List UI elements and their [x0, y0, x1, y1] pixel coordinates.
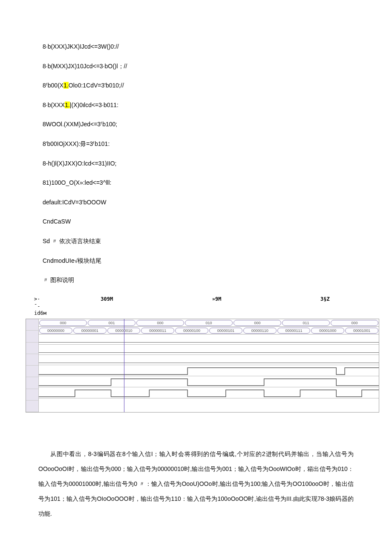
- bus-value: 00000000: [39, 328, 72, 334]
- code-line: 8'b00IOjXXX):毋=3ᶠb101:: [43, 140, 379, 148]
- code-text: Sd 〃 依次语言块结束: [43, 238, 101, 244]
- bus-value: 00000011: [141, 328, 174, 334]
- code-text: 8·b(XXX)JKX)IJcd<=3W()0://: [43, 43, 119, 50]
- signal-label-cell: [26, 389, 38, 401]
- code-line: Sd 〃 依次语言块结束: [43, 237, 379, 246]
- bus-value: 00000101: [209, 328, 242, 334]
- code-line: 8·b(MXX)JX)10Jcd<=3·bO()l；//: [43, 62, 379, 71]
- axis-label: 3§Z: [320, 296, 330, 317]
- axis-label: 309M: [101, 296, 113, 317]
- header-left-top: >·: [34, 296, 51, 303]
- bus-row: 000 001 000 010 000 011 000: [39, 319, 379, 327]
- bus-value: 000: [233, 320, 281, 326]
- explanation-paragraph: 从图中看出，8-3编码器在8个输入信I；输入时会将得到的信号编成,个对应的2进制…: [38, 447, 354, 521]
- code-text: CndCaSW: [43, 218, 71, 225]
- highlight: 1.: [63, 82, 69, 89]
- bus-value: 001: [88, 320, 135, 326]
- signal-lane: [39, 365, 379, 376]
- code-text: 8·b(MXX)JX)10Jcd<=3·bO()l；//: [43, 63, 127, 70]
- code-text: 8·b(XXX: [43, 102, 65, 108]
- code-text: 8'b00IOjXXX):毋=3ᶠb101:: [43, 140, 110, 147]
- code-text: 8WOOl.(XXM)Jed<=3ᶠb100;: [43, 121, 117, 128]
- time-cursor: [124, 319, 124, 412]
- code-text: 8ᶠb00(X: [43, 82, 63, 89]
- signal-label-cell: [26, 366, 38, 377]
- waveform-area: 000 001 000 010 000 011 000 00000000 000…: [26, 319, 379, 413]
- highlight: 1.: [65, 102, 70, 108]
- code-text: |(X)0ιlcd<=3·b011:: [70, 102, 118, 108]
- code-line: 81)100O_O(X»:led<=3^lll:: [43, 179, 379, 187]
- code-line: CndCaSW: [43, 218, 379, 226]
- code-line: 8·b(XXX)JKX)IJcd<=3W()0://: [43, 43, 379, 51]
- code-text: Olo0:1CdV=3'b010;//: [69, 82, 124, 89]
- signal-label-cell: [26, 343, 38, 354]
- signal-label-cell: [26, 401, 38, 412]
- signal-label-cell: [26, 331, 38, 342]
- bus-value: 00001000: [311, 328, 344, 334]
- signal-label-cell: [26, 319, 38, 331]
- waveform-icon: [39, 376, 379, 387]
- timing-diagram: >· ¯-id6м 309M »9M 3§Z 000 001 000 010: [26, 296, 379, 413]
- code-line: 8ᶠb00(X1.Olo0:1CdV=3'b010;//: [43, 81, 379, 90]
- signal-lane: [39, 376, 379, 387]
- timing-header: >· ¯-id6м 309M »9M 3§Z: [26, 296, 379, 317]
- bus-value: 010: [185, 320, 233, 326]
- signal-label-cell: [26, 354, 38, 366]
- bus-value: 000: [136, 320, 184, 326]
- waveform-icon: [39, 365, 379, 376]
- waveform-icon: [39, 387, 379, 398]
- code-line: default:ICdV=3'bOOOW: [43, 198, 379, 207]
- bus-value: 00001001: [345, 328, 378, 334]
- signal-label-cell: [26, 377, 38, 389]
- bus-row: 00000000 00000001 00000010 00000011 0000…: [39, 327, 379, 334]
- code-block: 8·b(XXX)JKX)IJcd<=3W()0:// 8·b(MXX)JX)10…: [43, 43, 379, 285]
- signal-lane: [39, 334, 379, 345]
- bus-value: 000: [331, 320, 378, 326]
- bus-value: 00000100: [175, 328, 208, 334]
- signal-lane: [39, 345, 379, 355]
- waveform-lanes: 000 001 000 010 000 011 000 00000000 000…: [39, 319, 379, 412]
- axis-label: »9M: [212, 296, 222, 317]
- code-line: 〃 图和说明: [43, 276, 379, 285]
- header-left-bottom: ¯-id6м: [34, 303, 51, 317]
- code-text: 81)100O_O(X»:led<=3^lll:: [43, 179, 111, 186]
- code-line: 8WOOl.(XXM)Jed<=3ᶠb100;: [43, 120, 379, 129]
- signal-lane: [39, 355, 379, 365]
- code-line: 8·b(XXX1.|(X)0ιlcd<=3·b011:: [43, 101, 379, 110]
- code-text: 8-h()l(X)JXX)O:lcd<=31)IIO;: [43, 160, 117, 167]
- bus-value: 00000111: [277, 328, 311, 334]
- bus-value: 00000110: [243, 328, 277, 334]
- bus-value: 00000001: [73, 328, 107, 334]
- bus-value: 000: [39, 320, 87, 326]
- code-line: CndmodUIe√模块结尾: [43, 257, 379, 265]
- bus-value: 011: [282, 320, 330, 326]
- signal-labels-column: [26, 319, 39, 412]
- code-line: 8-h()l(X)JXX)O:lcd<=31)IIO;: [43, 160, 379, 168]
- code-text: default:ICdV=3'bOOOW: [43, 199, 106, 206]
- signal-lane: [39, 387, 379, 398]
- code-text: 〃 图和说明: [43, 276, 74, 283]
- code-text: CndmodUIe√模块结尾: [43, 257, 101, 264]
